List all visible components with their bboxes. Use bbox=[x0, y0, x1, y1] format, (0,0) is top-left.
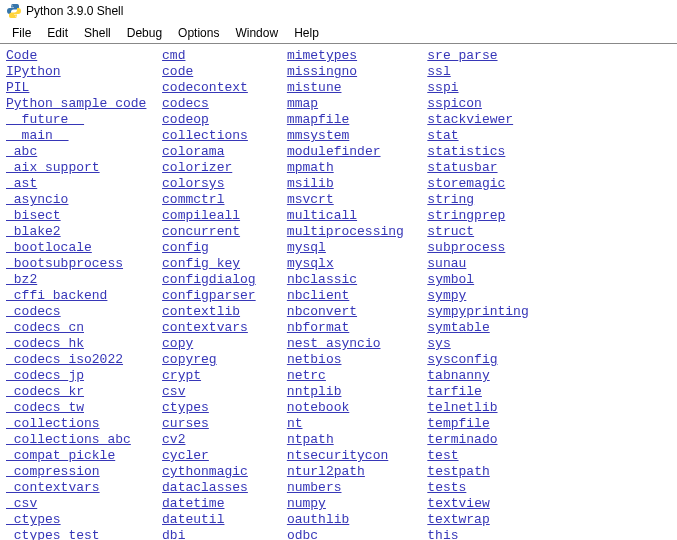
module-link[interactable]: copyreg bbox=[162, 352, 217, 367]
module-link[interactable]: IPython bbox=[6, 64, 61, 79]
module-link[interactable]: codecontext bbox=[162, 80, 248, 95]
module-link[interactable]: dbi bbox=[162, 528, 185, 540]
module-link[interactable]: nbconvert bbox=[287, 304, 357, 319]
module-link[interactable]: contextlib bbox=[162, 304, 240, 319]
module-link[interactable]: curses bbox=[162, 416, 209, 431]
module-link[interactable]: cmd bbox=[162, 48, 185, 63]
module-link[interactable]: _collections_abc bbox=[6, 432, 131, 447]
module-link[interactable]: tempfile bbox=[427, 416, 489, 431]
module-link[interactable]: colorsys bbox=[162, 176, 224, 191]
module-link[interactable]: multiprocessing bbox=[287, 224, 404, 239]
module-link[interactable]: cythonmagic bbox=[162, 464, 248, 479]
module-link[interactable]: nbformat bbox=[287, 320, 349, 335]
module-link[interactable]: _codecs_jp bbox=[6, 368, 84, 383]
module-link[interactable]: _codecs bbox=[6, 304, 61, 319]
module-link[interactable]: _asyncio bbox=[6, 192, 68, 207]
module-link[interactable]: ntsecuritycon bbox=[287, 448, 388, 463]
menu-window[interactable]: Window bbox=[227, 24, 286, 42]
module-link[interactable]: textview bbox=[427, 496, 489, 511]
module-link[interactable]: PIL bbox=[6, 80, 29, 95]
module-link[interactable]: datetime bbox=[162, 496, 224, 511]
module-link[interactable]: testpath bbox=[427, 464, 489, 479]
menu-options[interactable]: Options bbox=[170, 24, 227, 42]
module-link[interactable]: _blake2 bbox=[6, 224, 61, 239]
module-link[interactable]: tests bbox=[427, 480, 466, 495]
module-link[interactable]: commctrl bbox=[162, 192, 224, 207]
module-link[interactable]: dataclasses bbox=[162, 480, 248, 495]
module-link[interactable]: _bootsubprocess bbox=[6, 256, 123, 271]
module-link[interactable]: _bootlocale bbox=[6, 240, 92, 255]
module-link[interactable]: config bbox=[162, 240, 209, 255]
module-link[interactable]: symtable bbox=[427, 320, 489, 335]
module-link[interactable]: _codecs_hk bbox=[6, 336, 84, 351]
module-link[interactable]: sunau bbox=[427, 256, 466, 271]
module-link[interactable]: _collections bbox=[6, 416, 100, 431]
module-link[interactable]: subprocess bbox=[427, 240, 505, 255]
module-link[interactable]: _compression bbox=[6, 464, 100, 479]
module-link[interactable]: nbclient bbox=[287, 288, 349, 303]
module-link[interactable]: ssl bbox=[427, 64, 450, 79]
module-link[interactable]: sympyprinting bbox=[427, 304, 528, 319]
module-link[interactable]: ctypes bbox=[162, 400, 209, 415]
menu-shell[interactable]: Shell bbox=[76, 24, 119, 42]
module-link[interactable]: Code bbox=[6, 48, 37, 63]
menu-file[interactable]: File bbox=[4, 24, 39, 42]
module-link[interactable]: nbclassic bbox=[287, 272, 357, 287]
module-link[interactable]: struct bbox=[427, 224, 474, 239]
module-link[interactable]: multicall bbox=[287, 208, 357, 223]
module-link[interactable]: sys bbox=[427, 336, 450, 351]
module-link[interactable]: mmsystem bbox=[287, 128, 349, 143]
module-link[interactable]: cycler bbox=[162, 448, 209, 463]
module-link[interactable]: cv2 bbox=[162, 432, 185, 447]
module-link[interactable]: _codecs_tw bbox=[6, 400, 84, 415]
module-link[interactable]: netbios bbox=[287, 352, 342, 367]
module-link[interactable]: _abc bbox=[6, 144, 37, 159]
module-link[interactable]: codeop bbox=[162, 112, 209, 127]
module-link[interactable]: textwrap bbox=[427, 512, 489, 527]
module-link[interactable]: netrc bbox=[287, 368, 326, 383]
module-link[interactable]: telnetlib bbox=[427, 400, 497, 415]
module-link[interactable]: _codecs_kr bbox=[6, 384, 84, 399]
module-link[interactable]: sspi bbox=[427, 80, 458, 95]
shell-output[interactable]: Code cmd mimetypes sre_parse IPython cod… bbox=[0, 44, 677, 540]
module-link[interactable]: msvcrt bbox=[287, 192, 334, 207]
module-link[interactable]: statistics bbox=[427, 144, 505, 159]
module-link[interactable]: _codecs_iso2022 bbox=[6, 352, 123, 367]
module-link[interactable]: mimetypes bbox=[287, 48, 357, 63]
module-link[interactable]: test bbox=[427, 448, 458, 463]
module-link[interactable]: stringprep bbox=[427, 208, 505, 223]
module-link[interactable]: sspicon bbox=[427, 96, 482, 111]
module-link[interactable]: _csv bbox=[6, 496, 37, 511]
module-link[interactable]: missingno bbox=[287, 64, 357, 79]
module-link[interactable]: nest_asyncio bbox=[287, 336, 381, 351]
module-link[interactable]: contextvars bbox=[162, 320, 248, 335]
module-link[interactable]: mysql bbox=[287, 240, 326, 255]
module-link[interactable]: tabnanny bbox=[427, 368, 489, 383]
module-link[interactable]: msilib bbox=[287, 176, 334, 191]
module-link[interactable]: configparser bbox=[162, 288, 256, 303]
module-link[interactable]: code bbox=[162, 64, 193, 79]
module-link[interactable]: notebook bbox=[287, 400, 349, 415]
module-link[interactable]: mpmath bbox=[287, 160, 334, 175]
module-link[interactable]: _contextvars bbox=[6, 480, 100, 495]
module-link[interactable]: modulefinder bbox=[287, 144, 381, 159]
menu-help[interactable]: Help bbox=[286, 24, 327, 42]
module-link[interactable]: symbol bbox=[427, 272, 474, 287]
module-link[interactable]: _compat_pickle bbox=[6, 448, 115, 463]
module-link[interactable]: nntplib bbox=[287, 384, 342, 399]
module-link[interactable]: codecs bbox=[162, 96, 209, 111]
module-link[interactable]: crypt bbox=[162, 368, 201, 383]
module-link[interactable]: sympy bbox=[427, 288, 466, 303]
module-link[interactable]: dateutil bbox=[162, 512, 224, 527]
module-link[interactable]: string bbox=[427, 192, 474, 207]
module-link[interactable]: config_key bbox=[162, 256, 240, 271]
module-link[interactable]: csv bbox=[162, 384, 185, 399]
menu-edit[interactable]: Edit bbox=[39, 24, 76, 42]
module-link[interactable]: nturl2path bbox=[287, 464, 365, 479]
module-link[interactable]: tarfile bbox=[427, 384, 482, 399]
module-link[interactable]: _ctypes_test bbox=[6, 528, 100, 540]
module-link[interactable]: __main__ bbox=[6, 128, 68, 143]
module-link[interactable]: collections bbox=[162, 128, 248, 143]
module-link[interactable]: compileall bbox=[162, 208, 240, 223]
module-link[interactable]: mysqlx bbox=[287, 256, 334, 271]
